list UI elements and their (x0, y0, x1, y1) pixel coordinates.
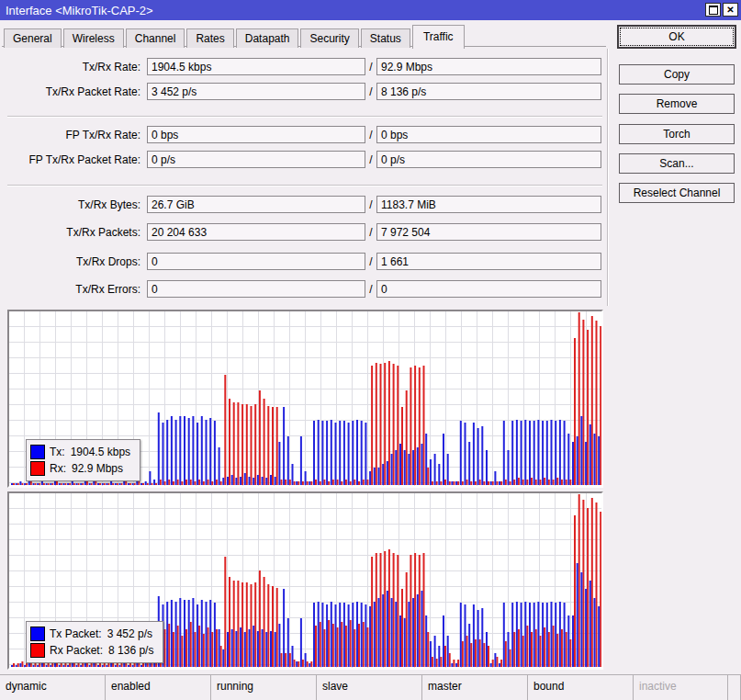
group-separator (7, 185, 602, 186)
ok-button[interactable]: OK (617, 25, 736, 49)
tx-rx-bytes-label: Tx/Rx Bytes: (0, 198, 147, 211)
fp-tx-rx-packet-rate-label: FP Tx/Rx Packet Rate: (0, 153, 147, 166)
tx-legend-value: 1904.5 kbps (71, 446, 130, 458)
content-buttons-divider (607, 49, 608, 306)
reselect-channel-button[interactable]: Reselect Channel (619, 183, 735, 203)
tx-packet-color-swatch (30, 627, 45, 641)
tx-rx-rate-graph: Tx:1904.5 kbpsRx:92.9 Mbps (7, 310, 603, 488)
slash-separator: / (365, 61, 376, 73)
status-inactive: inactive (634, 675, 728, 700)
tab-traffic[interactable]: Traffic (412, 25, 465, 49)
row-tx-rx-packets: Tx/Rx Packets:20 204 633/7 972 504 (0, 223, 601, 241)
legend-row-rx-packet: Rx Packet:8 136 p/s (30, 643, 153, 658)
slash-separator: / (365, 129, 376, 141)
slash-separator: / (365, 153, 376, 166)
tab-channel[interactable]: Channel (126, 28, 185, 48)
slash-separator: / (365, 198, 376, 211)
tab-datapath[interactable]: Datapath (236, 28, 299, 48)
status-slave: slave (317, 675, 422, 700)
tx-rx-packets-label: Tx/Rx Packets: (0, 226, 147, 239)
fp-tx-rx-rate-tx-field[interactable]: 0 bps (147, 126, 365, 143)
status-master: master (422, 675, 528, 700)
tx-rx-drops-label: Tx/Rx Drops: (0, 255, 147, 268)
row-fp-tx-rx-rate: FP Tx/Rx Rate:0 bps/0 bps (0, 126, 601, 143)
rx-packet-color-swatch (30, 643, 45, 658)
tx-rx-rate-label: Tx/Rx Rate: (0, 61, 147, 73)
legend-row-rx: Rx:92.9 Mbps (30, 461, 130, 476)
scan-button[interactable]: Scan... (619, 153, 735, 174)
tx-packet-legend-label: Tx Packet: (50, 627, 102, 640)
window-controls: ✕ (705, 3, 738, 17)
tx-rx-packet-rate-graph-legend: Tx Packet:3 452 p/sRx Packet:8 136 p/s (26, 621, 163, 663)
group-separator (7, 116, 602, 118)
fp-tx-rx-rate-label: FP Tx/Rx Rate: (0, 129, 147, 141)
row-tx-rx-errors: Tx/Rx Errors:0/0 (0, 280, 601, 298)
interface-dialog-window: Interface <MikroTik-CAP-2> ✕ GeneralWire… (0, 0, 741, 700)
tx-rx-packet-rate-graph: Tx Packet:3 452 p/sRx Packet:8 136 p/s (7, 491, 603, 670)
tx-packet-legend-value: 3 452 p/s (107, 627, 152, 640)
tabstrip: GeneralWirelessChannelRatesDatapathSecur… (4, 24, 466, 48)
fp-tx-rx-rate-rx-field[interactable]: 0 bps (376, 126, 601, 143)
tx-rx-rate-tx-field[interactable]: 1904.5 kbps (147, 58, 365, 75)
status-dynamic: dynamic (0, 675, 106, 700)
tx-rx-drops-rx-field[interactable]: 1 661 (376, 253, 601, 270)
status-enabled: enabled (106, 675, 211, 700)
tx-rx-packet-rate-tx-field[interactable]: 3 452 p/s (147, 83, 365, 100)
row-tx-rx-packet-rate: Tx/Rx Packet Rate:3 452 p/s/8 136 p/s (0, 83, 601, 100)
fp-tx-rx-packet-rate-tx-field[interactable]: 0 p/s (147, 151, 365, 168)
rx-packet-legend-value: 8 136 p/s (108, 644, 153, 657)
row-tx-rx-bytes: Tx/Rx Bytes:26.7 GiB/1183.7 MiB (0, 196, 601, 213)
tx-rx-errors-tx-field[interactable]: 0 (147, 280, 365, 298)
torch-button[interactable]: Torch (619, 124, 735, 144)
tx-rx-rate-rx-field[interactable]: 92.9 Mbps (376, 58, 601, 75)
tx-rx-bytes-rx-field[interactable]: 1183.7 MiB (376, 196, 601, 213)
fp-tx-rx-packet-rate-rx-field[interactable]: 0 p/s (376, 151, 601, 168)
remove-button[interactable]: Remove (619, 94, 735, 114)
tab-security[interactable]: Security (300, 28, 358, 48)
tab-wireless[interactable]: Wireless (63, 28, 124, 48)
slash-separator: / (365, 85, 376, 98)
tab-general[interactable]: General (4, 28, 62, 48)
status-filler (728, 675, 741, 700)
rx-legend-label: Rx: (50, 462, 66, 475)
maximize-icon (709, 6, 718, 15)
rx-color-swatch (30, 461, 45, 476)
legend-row-tx: Tx:1904.5 kbps (30, 445, 130, 459)
close-icon: ✕ (726, 6, 734, 15)
tx-rx-packets-rx-field[interactable]: 7 972 504 (376, 223, 601, 241)
tx-color-swatch (30, 445, 45, 459)
tx-rx-errors-label: Tx/Rx Errors: (0, 283, 147, 296)
tx-rx-drops-tx-field[interactable]: 0 (147, 253, 365, 270)
row-fp-tx-rx-packet-rate: FP Tx/Rx Packet Rate:0 p/s/0 p/s (0, 151, 601, 168)
titlebar: Interface <MikroTik-CAP-2> ✕ (0, 0, 741, 20)
tx-rx-packet-rate-label: Tx/Rx Packet Rate: (0, 85, 147, 98)
status-bar: dynamicenabledrunningslavemasterboundina… (0, 674, 741, 700)
tx-rx-rate-graph-legend: Tx:1904.5 kbpsRx:92.9 Mbps (26, 439, 140, 481)
tx-rx-bytes-tx-field[interactable]: 26.7 GiB (147, 196, 365, 213)
copy-button[interactable]: Copy (619, 64, 735, 85)
maximize-button[interactable] (705, 3, 721, 17)
status-running: running (211, 675, 317, 700)
row-tx-rx-drops: Tx/Rx Drops:0/1 661 (0, 253, 601, 270)
tx-rx-packets-tx-field[interactable]: 20 204 633 (147, 223, 365, 241)
status-bound: bound (528, 675, 634, 700)
tx-rx-packet-rate-rx-field[interactable]: 8 136 p/s (376, 83, 601, 100)
row-tx-rx-rate: Tx/Rx Rate:1904.5 kbps/92.9 Mbps (0, 58, 601, 75)
close-button[interactable]: ✕ (723, 3, 738, 17)
slash-separator: / (365, 255, 376, 268)
slash-separator: / (365, 226, 376, 239)
tab-rates[interactable]: Rates (186, 28, 233, 48)
legend-row-tx-packet: Tx Packet:3 452 p/s (30, 627, 153, 641)
window-title: Interface <MikroTik-CAP-2> (0, 4, 153, 17)
tx-legend-label: Tx: (50, 446, 65, 458)
rx-packet-legend-label: Rx Packet: (50, 644, 103, 657)
tab-status[interactable]: Status (361, 28, 410, 48)
tx-rx-errors-rx-field[interactable]: 0 (376, 280, 601, 298)
rx-legend-value: 92.9 Mbps (72, 462, 123, 475)
slash-separator: / (365, 283, 376, 296)
